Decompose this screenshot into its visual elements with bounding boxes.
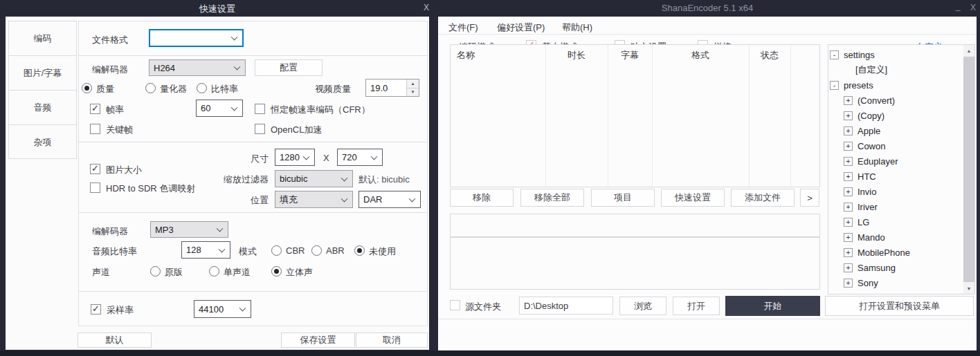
column-header-subtitle[interactable]: 字幕 bbox=[608, 49, 652, 62]
cfr-checkbox[interactable] bbox=[255, 104, 265, 114]
original-radio[interactable] bbox=[150, 266, 161, 277]
quick-settings-titlebar[interactable]: 快速设置 X bbox=[0, 0, 435, 17]
framerate-select[interactable]: 60 bbox=[196, 100, 243, 117]
presets-menu-button[interactable]: 打开设置和预设菜单 bbox=[825, 296, 974, 316]
tree-item-copy[interactable]: +(Copy) bbox=[844, 108, 884, 123]
cbr-radio[interactable] bbox=[271, 245, 282, 256]
tree-item-apple[interactable]: +Apple bbox=[844, 123, 880, 138]
bitrate-radio[interactable] bbox=[197, 83, 207, 93]
audio-codec-select[interactable]: MP3 bbox=[150, 221, 228, 238]
scale-filter-select[interactable]: bicubic bbox=[275, 170, 353, 187]
stereo-radio[interactable] bbox=[271, 266, 282, 277]
menu-file[interactable]: 文件(F) bbox=[448, 21, 478, 34]
file-format-select[interactable] bbox=[149, 29, 244, 47]
sidebar-tab-misc[interactable]: 杂项 bbox=[9, 125, 76, 160]
framerate-checkbox[interactable] bbox=[90, 104, 100, 114]
tree-item-eduplayer[interactable]: +Eduplayer bbox=[844, 153, 898, 169]
expand-icon[interactable]: + bbox=[844, 203, 853, 212]
expand-icon[interactable]: + bbox=[844, 127, 853, 135]
scrollbar-thumb[interactable] bbox=[963, 57, 974, 282]
expand-icon[interactable]: + bbox=[844, 279, 853, 288]
remove-button[interactable]: 移除 bbox=[450, 189, 514, 207]
column-header-format[interactable]: 格式 bbox=[652, 49, 749, 62]
column-header-status[interactable]: 状态 bbox=[749, 49, 790, 62]
expand-icon[interactable]: + bbox=[844, 187, 853, 196]
open-button[interactable]: 打开 bbox=[673, 297, 720, 315]
expand-icon[interactable]: + bbox=[844, 172, 853, 181]
quality-radio[interactable] bbox=[82, 83, 92, 93]
collapse-icon[interactable]: - bbox=[830, 50, 839, 59]
collapse-icon[interactable]: - bbox=[830, 81, 839, 90]
tree-item-settings[interactable]: -settings bbox=[830, 47, 875, 62]
sidebar-tab-audio[interactable]: 音频 bbox=[9, 91, 76, 125]
menu-preferences[interactable]: 偏好设置(P) bbox=[497, 21, 545, 34]
height-select[interactable]: 720 bbox=[337, 149, 383, 166]
opencl-checkbox[interactable] bbox=[255, 124, 265, 134]
tree-item-samsung[interactable]: +Samsung bbox=[844, 260, 896, 275]
expand-icon[interactable]: + bbox=[844, 142, 853, 151]
column-header-duration[interactable]: 时长 bbox=[545, 49, 608, 62]
tree-item-sony[interactable]: +Sony bbox=[844, 275, 878, 290]
source-folder-checkbox[interactable] bbox=[450, 300, 460, 310]
sample-rate-select[interactable]: 44100 bbox=[194, 300, 251, 318]
framerate-value: 60 bbox=[201, 103, 210, 113]
sample-rate-checkbox[interactable] bbox=[91, 304, 101, 315]
expand-icon[interactable]: + bbox=[844, 263, 853, 272]
cancel-button[interactable]: 取消 bbox=[356, 332, 428, 348]
codec-select[interactable]: H264 bbox=[149, 59, 246, 76]
more-button[interactable]: > bbox=[800, 189, 819, 207]
tree-item-invio[interactable]: +Invio bbox=[844, 184, 876, 199]
width-select[interactable]: 1280 bbox=[275, 149, 315, 166]
expand-icon[interactable]: + bbox=[844, 111, 853, 120]
expand-icon[interactable]: + bbox=[844, 248, 853, 257]
close-icon[interactable]: X bbox=[968, 3, 979, 12]
tree-item-custom[interactable]: [自定义] bbox=[855, 62, 887, 77]
config-button[interactable]: 配置 bbox=[255, 59, 323, 76]
menu-help[interactable]: 帮助(H) bbox=[562, 21, 592, 34]
scroll-down-icon[interactable]: ▼ bbox=[963, 283, 974, 294]
scroll-up-icon[interactable]: ▲ bbox=[963, 45, 974, 56]
expand-icon[interactable]: + bbox=[844, 96, 853, 105]
mono-radio[interactable] bbox=[209, 266, 219, 277]
default-button[interactable]: 默认 bbox=[78, 332, 152, 348]
project-button[interactable]: 项目 bbox=[591, 189, 655, 207]
unused-radio[interactable] bbox=[354, 245, 365, 256]
position-label: 位置 bbox=[228, 194, 269, 207]
save-button[interactable]: 保存设置 bbox=[281, 332, 355, 348]
audio-bitrate-select[interactable]: 128 bbox=[181, 241, 230, 259]
video-quality-input[interactable]: 19.0 ▲▼ bbox=[365, 79, 419, 97]
browse-button[interactable]: 浏览 bbox=[619, 297, 666, 315]
sidebar-tab-picture-subtitle[interactable]: 图片/字幕 bbox=[9, 56, 76, 91]
picture-size-checkbox[interactable] bbox=[90, 164, 100, 174]
tree-item-cowon[interactable]: +Cowon bbox=[844, 138, 885, 153]
add-file-button[interactable]: 添加文件 bbox=[731, 189, 795, 207]
start-button[interactable]: 开始 bbox=[725, 296, 820, 316]
quantizer-radio[interactable] bbox=[145, 83, 156, 93]
tree-item-convert[interactable]: +(Convert) bbox=[844, 93, 895, 108]
hdr-checkbox[interactable] bbox=[90, 182, 100, 193]
sidebar-tab-encode[interactable]: 编码 bbox=[9, 21, 76, 56]
column-header-name[interactable]: 名称 bbox=[457, 49, 475, 62]
tree-item-mando[interactable]: +Mando bbox=[844, 229, 885, 245]
aspect-select[interactable]: DAR bbox=[359, 191, 421, 208]
minimize-icon[interactable]: _ bbox=[952, 1, 963, 11]
spinner-up-icon[interactable]: ▲ bbox=[407, 79, 419, 88]
expand-icon[interactable]: + bbox=[844, 157, 853, 166]
tree-item-iriver[interactable]: +Iriver bbox=[844, 199, 878, 214]
tree-item-presets[interactable]: -presets bbox=[830, 77, 873, 93]
file-table[interactable] bbox=[450, 44, 820, 187]
abr-radio[interactable] bbox=[311, 245, 322, 256]
expand-icon[interactable]: + bbox=[844, 218, 853, 227]
keyframe-checkbox[interactable] bbox=[90, 124, 100, 134]
main-titlebar[interactable]: ShanaEncoder 5.1 x64 _ X bbox=[435, 0, 980, 17]
close-icon[interactable]: X bbox=[421, 3, 432, 12]
expand-icon[interactable]: + bbox=[844, 233, 853, 242]
tree-item-htc[interactable]: +HTC bbox=[844, 169, 876, 184]
spinner-down-icon[interactable]: ▼ bbox=[407, 88, 419, 97]
output-path-input[interactable]: D:\Desktop bbox=[519, 297, 613, 315]
tree-item-mobilephone[interactable]: +MobilePhone bbox=[844, 245, 910, 260]
position-select[interactable]: 填充 bbox=[275, 191, 353, 208]
remove-all-button[interactable]: 移除全部 bbox=[520, 189, 584, 207]
tree-item-lg[interactable]: +LG bbox=[844, 214, 869, 229]
quick-settings-button[interactable]: 快速设置 bbox=[661, 189, 725, 207]
